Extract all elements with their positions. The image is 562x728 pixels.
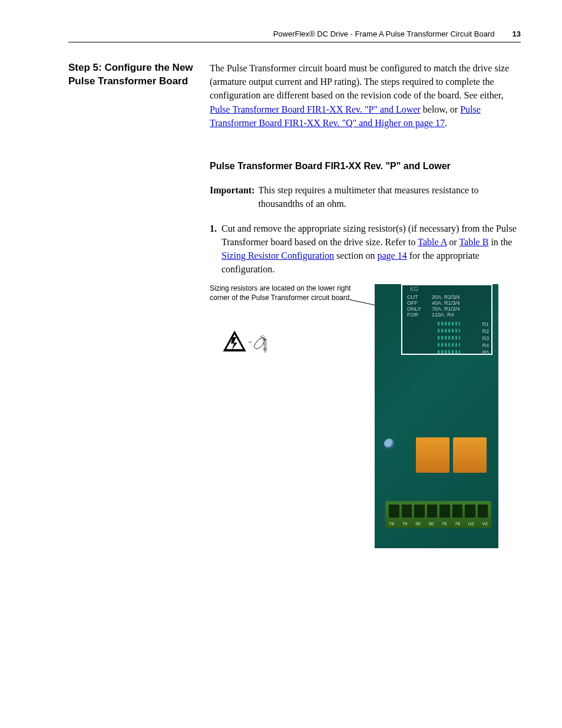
pcb-highlight-box: CUT OFF ONLY FOR 20A. R2/3/4 40A. R1/3/4…	[401, 284, 492, 355]
doc-title: PowerFlex® DC Drive - Frame A Pulse Tran…	[273, 29, 495, 38]
terminal-label: 36	[428, 521, 434, 528]
resistor-marker	[438, 343, 460, 347]
pcb-cut-text: CUT OFF ONLY FOR	[407, 295, 421, 318]
step5-intro: The Pulse Transformer circuit board must…	[210, 61, 521, 130]
list-number: 1.	[210, 222, 217, 276]
pcb-photo: KG CUT OFF ONLY FOR 20A. R2/3/4 40A. R1/…	[375, 284, 498, 548]
resistor-marker	[438, 336, 460, 340]
link-table-a[interactable]: Table A	[418, 237, 447, 247]
resistor-marker	[438, 322, 460, 325]
step5-heading: Step 5: Configure the New Pulse Transfor…	[68, 61, 198, 548]
important-label: Important:	[210, 183, 254, 210]
terminal-label: 78	[389, 521, 394, 528]
figure-sizing-resistors: Sizing resistors are located on the lowe…	[210, 284, 521, 548]
pcb-amp-list: 20A. R2/3/4 40A. R1/3/4 70A. R1/2/4 110A…	[432, 295, 460, 318]
link-page-14[interactable]: page 14	[377, 251, 406, 261]
resistor-marker	[438, 329, 460, 332]
running-header: PowerFlex® DC Drive - Frame A Pulse Tran…	[68, 29, 521, 42]
subsection-heading: Pulse Transformer Board FIR1-XX Rev. "P"…	[210, 159, 521, 173]
text: below, or	[421, 104, 460, 114]
resistor-marker	[438, 350, 460, 354]
figure-caption: Sizing resistors are located on the lowe…	[210, 284, 369, 302]
text: in the	[488, 237, 512, 247]
terminal-label: 75	[442, 521, 447, 528]
numbered-step-1: 1. Cut and remove the appropriate sizing…	[210, 222, 521, 276]
screw-icon	[384, 439, 395, 449]
link-rev-p-lower[interactable]: Pulse Transformer Board FIR1-XX Rev. "P"…	[210, 104, 421, 114]
esd-caution-icon: =	[210, 326, 269, 358]
link-sizing-config[interactable]: Sizing Resistor Configuration	[222, 251, 334, 261]
terminal-block: 787935367576U2V2	[385, 501, 491, 528]
list-body: Cut and remove the appropriate sizing re…	[222, 222, 521, 276]
text: The Pulse Transformer circuit board must…	[210, 63, 509, 100]
text: section on	[334, 251, 377, 261]
important-text: This step requires a multimeter that mea…	[258, 183, 521, 210]
important-note: Important: This step requires a multimet…	[210, 183, 521, 210]
text: or	[447, 237, 459, 247]
resistor-label: R5	[482, 349, 489, 357]
terminal-label: 76	[455, 521, 460, 528]
relay-pair	[416, 437, 487, 473]
terminal-label: 79	[402, 521, 407, 528]
terminal-label: V2	[482, 521, 488, 528]
link-table-b[interactable]: Table B	[459, 237, 488, 247]
svg-text:=: =	[249, 338, 252, 345]
text: .	[445, 118, 447, 128]
terminal-label: 35	[415, 521, 421, 528]
terminal-label: U2	[468, 521, 474, 528]
page-number: 13	[513, 29, 521, 38]
